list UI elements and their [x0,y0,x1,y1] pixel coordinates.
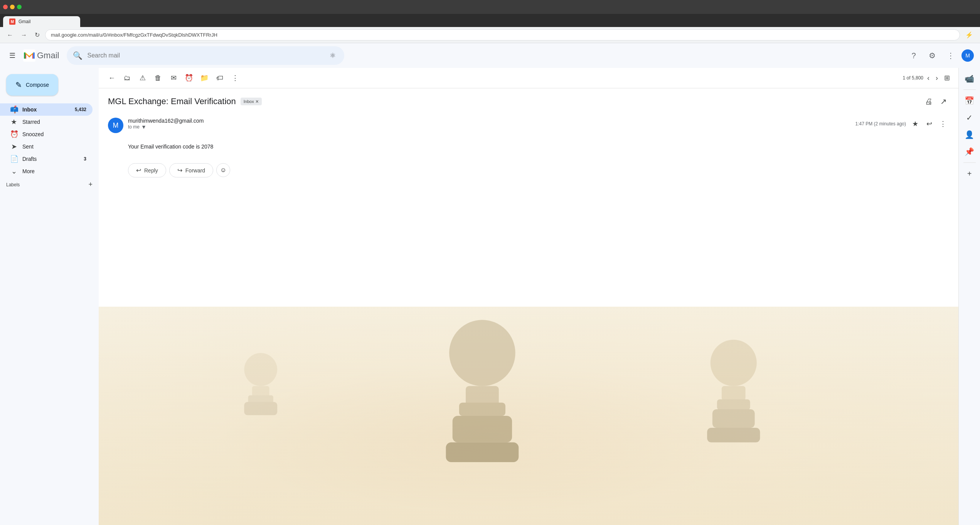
mark-unread-button[interactable]: ✉ [167,71,180,85]
chess-decoration [99,307,958,525]
contacts-button[interactable]: 👤 [962,127,977,142]
reply-action-button[interactable]: ↩ [923,118,935,130]
svg-rect-15 [244,402,277,415]
tab-title: Gmail [19,19,30,24]
gmail-logo-text: Gmail [37,51,59,61]
apps-button[interactable]: ⋮ [943,48,958,63]
calendar-button[interactable]: 📅 [962,93,977,108]
labels-add-button[interactable]: + [88,181,93,189]
right-panel-divider-2 [963,162,976,163]
star-button[interactable]: ★ [909,118,921,130]
right-panel: 📹 📅 ✓ 👤 📌 + [958,68,980,525]
email-subject-actions: 🖨 ↗ [923,95,949,108]
compose-button[interactable]: ✎ Compose [6,74,58,96]
add-apps-button[interactable]: + [962,166,977,181]
reply-button[interactable]: ↩ Reply [128,163,166,177]
drafts-label: Drafts [22,156,79,162]
svg-rect-10 [712,409,755,428]
reply-icon: ↩ [136,167,141,174]
browser-tab[interactable]: M Gmail [3,16,80,27]
svg-point-7 [711,340,757,386]
email-content-area: MGL Exchange: Email Verification Inbox ×… [99,88,958,307]
sender-avatar: M [108,118,123,133]
sender-name: murithimwenda162@gmail.com [128,118,851,124]
starred-label: Starred [22,119,86,125]
avatar[interactable]: M [961,49,974,62]
labels-label: Labels [6,182,20,187]
inbox-badge: 5,432 [75,107,86,112]
topbar-right: ? ⚙ ⋮ M [906,48,974,63]
snooze-button[interactable]: ⏰ [182,71,196,85]
search-input[interactable] [87,52,323,59]
print-button[interactable]: 🖨 [923,95,935,108]
inbox-tag-label: Inbox [244,99,254,104]
sidebar-item-starred[interactable]: ★ Starred [0,116,93,128]
labels-section[interactable]: Labels + [0,179,99,190]
settings-button[interactable]: ⚙ [924,48,940,63]
more-message-actions[interactable]: ⋮ [937,118,949,130]
reply-area: ↩ Reply ↪ Forward ☺ [108,157,949,187]
gmail-favicon: M [9,19,15,25]
help-button[interactable]: ? [906,48,921,63]
archive-button[interactable]: 🗂 [120,71,134,85]
move-to-button[interactable]: 📁 [197,71,211,85]
next-email-button[interactable]: › [933,72,940,84]
sidebar-item-drafts[interactable]: 📄 Drafts 3 [0,153,93,165]
back-button[interactable]: ← [105,71,119,85]
search-options-button[interactable]: ⚛ [327,49,338,62]
right-panel-divider [963,89,976,90]
view-toggle-button[interactable]: ⊞ [942,71,952,84]
sent-label: Sent [22,143,86,150]
hamburger-menu[interactable]: ☰ [6,48,19,63]
delete-button[interactable]: 🗑 [151,71,165,85]
drafts-badge: 3 [84,156,86,162]
sidebar-item-sent[interactable]: ➤ Sent [0,140,93,153]
sidebar-item-inbox[interactable]: 📫 Inbox 5,432 [0,103,93,116]
message-time: 1:47 PM (2 minutes ago) ★ ↩ ⋮ [855,118,949,130]
inbox-tag: Inbox × [241,98,262,105]
snoozed-label: Snoozed [22,131,86,137]
open-new-window-button[interactable]: ↗ [938,95,949,108]
keep-button[interactable]: 📌 [962,144,977,159]
inbox-tag-remove[interactable]: × [256,98,259,105]
sent-icon: ➤ [10,142,18,151]
more-actions-button[interactable]: ⋮ [228,71,242,85]
to-label: to me [128,124,140,130]
search-bar: 🔍 ⚛ [67,46,344,65]
google-meet-button[interactable]: 📹 [962,71,977,86]
more-label: More [22,168,86,174]
prev-email-button[interactable]: ‹ [925,72,932,84]
forward-nav-button[interactable]: → [19,30,29,40]
message-actions: ★ ↩ ⋮ [909,118,949,130]
sidebar-item-snoozed[interactable]: ⏰ Snoozed [0,128,93,140]
forward-icon: ↪ [177,167,182,174]
more-icon: ⌄ [10,167,18,176]
email-toolbar: ← 🗂 ⚠ 🗑 ✉ ⏰ 📁 🏷 ⋮ 1 of 5,800 ‹ › ⊞ [99,68,958,88]
main-content: ✎ Compose 📫 Inbox 5,432 ★ Starred ⏰ [0,68,980,525]
sidebar: ✎ Compose 📫 Inbox 5,432 ★ Starred ⏰ [0,68,99,525]
spam-button[interactable]: ⚠ [136,71,150,85]
extensions-button[interactable]: ⚡ [963,30,975,40]
inbox-icon: 📫 [10,105,18,114]
refresh-nav-button[interactable]: ↻ [32,30,42,40]
starred-icon: ★ [10,118,18,126]
sender-info: murithimwenda162@gmail.com to me ▼ [128,118,851,130]
inbox-label: Inbox [22,106,70,113]
tasks-button[interactable]: ✓ [962,110,977,125]
forward-button[interactable]: ↪ Forward [169,163,213,177]
svg-rect-1 [99,307,958,525]
forward-label: Forward [185,167,205,174]
svg-rect-6 [446,442,519,462]
snoozed-icon: ⏰ [10,130,18,138]
url-bar[interactable]: mail.google.com/mail/u/0/#inbox/FMfcgzGx… [45,29,960,41]
sender-to[interactable]: to me ▼ [128,124,851,130]
emoji-reaction-button[interactable]: ☺ [216,163,230,177]
compose-icon: ✎ [15,80,22,89]
svg-rect-8 [722,386,746,401]
email-subject: MGL Exchange: Email Verification [108,96,236,106]
svg-rect-4 [459,403,505,416]
pagination: 1 of 5,800 ‹ › [903,72,940,84]
label-button[interactable]: 🏷 [213,71,227,85]
sidebar-item-more[interactable]: ⌄ More [0,165,93,177]
back-nav-button[interactable]: ← [5,30,15,40]
